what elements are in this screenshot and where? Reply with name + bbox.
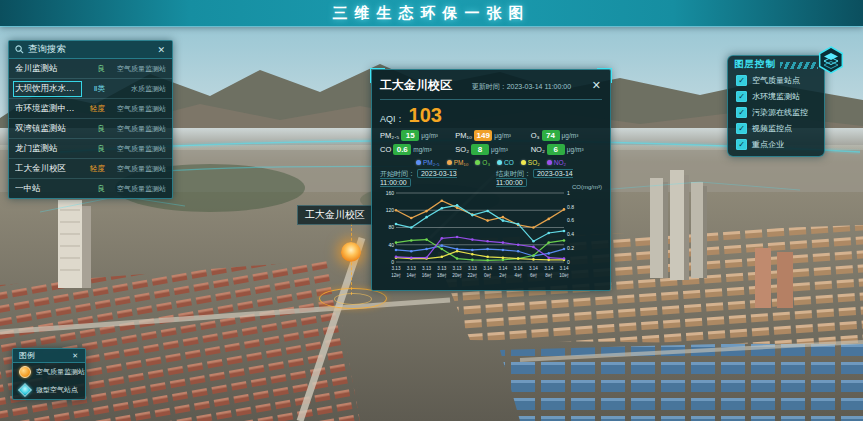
layer-checkbox-row[interactable]: ✓视频监控点 xyxy=(728,120,824,136)
chart-legend-item[interactable]: CO xyxy=(497,159,514,166)
layer-checkbox[interactable]: ✓ xyxy=(736,123,747,134)
chart-legend: PM₂.₅PM₁₀O₃COSO₂NO₂ xyxy=(380,159,602,166)
pollutant-unit: mg/m³ xyxy=(413,146,431,153)
layer-control-panel: 图层控制 ✓空气质量站点✓水环境监测站✓污染源在线监控✓视频监控点✓重点企业 xyxy=(727,55,825,157)
layer-checkbox-row[interactable]: ✓水环境监测站 xyxy=(728,88,824,104)
legend-panel-title: 图例 xyxy=(19,350,35,361)
pollutant-item: O₃74μg/m³ xyxy=(531,130,602,141)
search-result-row[interactable]: 工大金川校区轻度空气质量监测站 xyxy=(9,159,172,179)
svg-text:40: 40 xyxy=(388,242,394,248)
legend-item-label: 空气质量监测站 xyxy=(36,367,85,377)
pollutant-name: CO xyxy=(380,145,391,154)
search-result-row[interactable]: 双湾镇监测站良空气质量监测站 xyxy=(9,119,172,139)
layer-label: 空气质量站点 xyxy=(752,75,800,86)
pollutant-name: PM₂.₅ xyxy=(380,131,399,140)
svg-text:3.148时: 3.148时 xyxy=(544,266,553,278)
chart-legend-item[interactable]: O₃ xyxy=(475,159,490,166)
layer-panel-header: 图层控制 xyxy=(728,56,824,72)
layer-label: 水环境监测站 xyxy=(752,91,800,102)
chart-legend-item[interactable]: PM₁₀ xyxy=(447,159,469,166)
legend-item: 空气质量监测站 xyxy=(13,363,85,381)
station-name: 双湾镇监测站 xyxy=(15,123,80,135)
pollutant-unit: μg/m³ xyxy=(421,132,438,139)
svg-text:120: 120 xyxy=(386,207,395,213)
search-result-row[interactable]: 龙门监测站良空气质量监测站 xyxy=(9,139,172,159)
pollutant-item: NO₂6μg/m³ xyxy=(531,144,602,155)
station-type: 水质监测站 xyxy=(108,84,166,94)
layer-checkbox[interactable]: ✓ xyxy=(736,107,747,118)
station-type: 空气质量监测站 xyxy=(108,184,166,194)
pollutant-value-chip: 74 xyxy=(542,130,560,141)
svg-text:0: 0 xyxy=(391,259,394,265)
layer-checkbox-row[interactable]: ✓重点企业 xyxy=(728,136,824,152)
svg-text:80: 80 xyxy=(388,224,394,230)
aqi-label: AQI： xyxy=(380,113,405,126)
svg-text:0.2: 0.2 xyxy=(567,245,574,251)
svg-text:3.1312时: 3.1312时 xyxy=(391,266,401,278)
search-panel-header: 查询搜索 ✕ xyxy=(9,41,172,59)
search-result-row[interactable]: 市环境监测中心站轻度空气质量监测站 xyxy=(9,99,172,119)
pollutant-value-chip: 15 xyxy=(401,130,419,141)
aqi-level: 良 xyxy=(83,184,105,194)
layer-list: ✓空气质量站点✓水环境监测站✓污染源在线监控✓视频监控点✓重点企业 xyxy=(728,72,824,152)
close-icon[interactable]: ✕ xyxy=(71,352,79,360)
right-axis-unit: CO(mg/m³) xyxy=(572,184,602,190)
pollutant-chart: 0408012016000.20.40.60.813.1312时3.1314时3… xyxy=(380,188,584,284)
legend-dot xyxy=(447,160,452,165)
header-stripes-decoration xyxy=(780,62,818,69)
page-title: 三维生态环保一张图 xyxy=(333,4,531,23)
station-type: 空气质量监测站 xyxy=(108,164,166,174)
legend-dot xyxy=(475,160,480,165)
legend-dot xyxy=(416,160,421,165)
legend-dot xyxy=(497,160,502,165)
station-name: 大坝饮用水水源地 xyxy=(15,83,80,95)
svg-text:0.8: 0.8 xyxy=(567,204,574,210)
legend-label: O₃ xyxy=(482,159,490,166)
svg-text:3.140时: 3.140时 xyxy=(483,266,492,278)
station-type: 空气质量监测站 xyxy=(108,144,166,154)
legend-label: PM₂.₅ xyxy=(423,159,440,166)
layer-checkbox[interactable]: ✓ xyxy=(736,139,747,150)
station-detail-popup: 工大金川校区 更新时间：2023-03-14 11:00:00 ✕ AQI： 1… xyxy=(371,69,611,291)
legend-panel-header: 图例 ✕ xyxy=(13,349,85,363)
layer-checkbox-row[interactable]: ✓空气质量站点 xyxy=(728,72,824,88)
layer-panel-title: 图层控制 xyxy=(734,58,776,71)
pollutant-name: PM₁₀ xyxy=(455,131,472,140)
layer-checkbox-row[interactable]: ✓污染源在线监控 xyxy=(728,104,824,120)
layer-hexagon-button[interactable] xyxy=(816,45,846,75)
pollutant-name: SO₂ xyxy=(455,145,469,154)
legend-label: SO₂ xyxy=(528,159,540,166)
svg-text:3.1316时: 3.1316时 xyxy=(422,266,432,278)
legend-label: PM₁₀ xyxy=(454,159,469,166)
station-type: 空气质量监测站 xyxy=(108,124,166,134)
svg-text:3.1318时: 3.1318时 xyxy=(437,266,447,278)
layer-checkbox[interactable]: ✓ xyxy=(736,75,747,86)
close-icon[interactable]: ✕ xyxy=(591,79,602,92)
aqi-readout: AQI： 103 xyxy=(380,104,602,127)
legend-label: NO₂ xyxy=(554,159,566,166)
aqi-level: 良 xyxy=(83,64,105,74)
map-legend-panel: 图例 ✕ 空气质量监测站微型空气站点 xyxy=(12,348,86,400)
station-marker-icon[interactable] xyxy=(341,242,361,262)
station-name: 金川监测站 xyxy=(15,63,80,75)
station-name: 工大金川校区 xyxy=(15,163,80,175)
legend-item: 微型空气站点 xyxy=(13,381,85,399)
chart-legend-item[interactable]: PM₂.₅ xyxy=(416,159,440,166)
divider xyxy=(380,99,602,100)
pollutant-item: PM₂.₅15μg/m³ xyxy=(380,130,451,141)
layer-checkbox[interactable]: ✓ xyxy=(736,91,747,102)
close-icon[interactable]: ✕ xyxy=(156,45,166,55)
search-result-row[interactable]: 金川监测站良空气质量监测站 xyxy=(9,59,172,79)
search-results-panel: 查询搜索 ✕ 金川监测站良空气质量监测站大坝饮用水水源地Ⅱ类水质监测站市环境监测… xyxy=(8,40,173,199)
layer-label: 视频监控点 xyxy=(752,123,792,134)
search-result-row[interactable]: 一中站良空气质量监测站 xyxy=(9,179,172,198)
search-result-row[interactable]: 大坝饮用水水源地Ⅱ类水质监测站 xyxy=(9,79,172,99)
svg-text:1: 1 xyxy=(567,190,570,196)
map-station-billboard[interactable]: 工大金川校区 xyxy=(297,205,373,225)
time-range: 开始时间： 2023-03-13 11:00:00 结束时间： 2023-03-… xyxy=(380,169,602,186)
chart-legend-item[interactable]: NO₂ xyxy=(547,159,566,166)
pollutant-unit: μg/m³ xyxy=(562,132,579,139)
legend-item-label: 微型空气站点 xyxy=(36,385,78,395)
chart-legend-item[interactable]: SO₂ xyxy=(521,159,540,166)
orange-marker-icon xyxy=(19,366,31,378)
